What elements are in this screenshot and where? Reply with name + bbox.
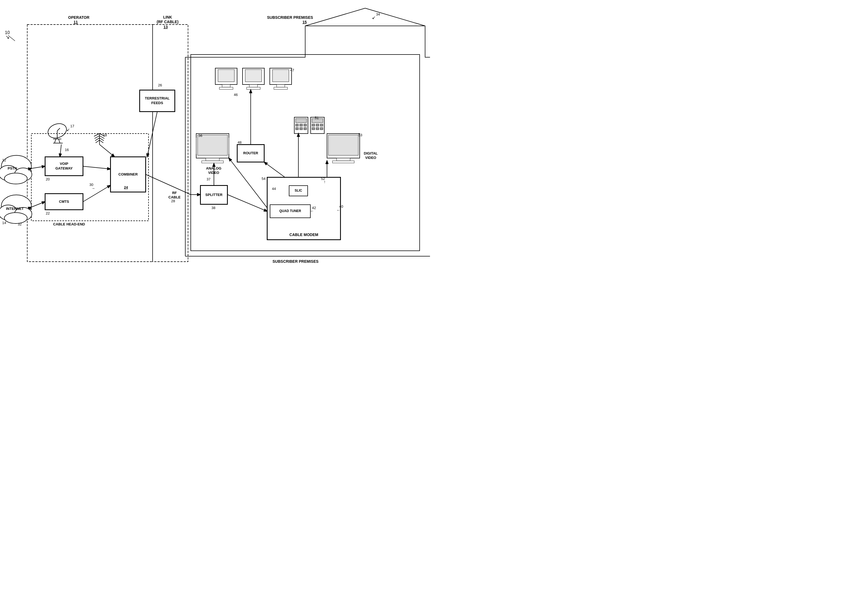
svg-rect-74 — [312, 124, 315, 126]
svg-rect-47 — [245, 69, 262, 82]
svg-line-84 — [147, 112, 157, 157]
ref-46: 46 — [234, 93, 238, 97]
digital-video-label: DIGITALVIDEO — [364, 151, 378, 160]
svg-rect-78 — [316, 127, 319, 130]
ref-53: 53 — [358, 133, 362, 138]
svg-rect-64 — [294, 117, 308, 134]
ref-26: 26 — [158, 83, 162, 88]
svg-rect-1 — [152, 25, 188, 262]
ref-47: 47 — [290, 68, 294, 73]
ref-32: 32 — [18, 222, 22, 227]
svg-rect-79 — [320, 127, 323, 130]
svg-rect-63 — [333, 161, 354, 163]
svg-rect-66 — [296, 124, 298, 126]
svg-rect-67 — [300, 124, 303, 126]
svg-rect-77 — [312, 127, 315, 130]
subscriber-premises-bottom-label: SUBSCRIBER PREMISES — [273, 259, 319, 264]
internet-label: INTERNET — [6, 207, 24, 211]
svg-rect-49 — [246, 87, 260, 90]
svg-line-40 — [99, 138, 104, 141]
pstn-label: PSTN — [8, 166, 17, 171]
operator-number: 11 — [74, 20, 78, 25]
svg-rect-69 — [296, 127, 298, 130]
arrow-42: ← — [310, 209, 314, 214]
svg-rect-60 — [327, 134, 360, 158]
svg-rect-65 — [296, 119, 306, 123]
svg-rect-61 — [328, 135, 358, 156]
svg-line-37 — [96, 140, 99, 143]
svg-rect-76 — [320, 124, 323, 126]
quad-tuner-box: QUAD TUNER — [270, 204, 311, 218]
svg-line-82 — [83, 166, 110, 169]
svg-rect-0 — [27, 25, 152, 262]
combiner-number: 24 — [124, 185, 128, 190]
ref-16: 16 — [65, 148, 69, 152]
ref-44: 44 — [272, 187, 276, 191]
ref-17: 17 — [70, 124, 74, 129]
ref-20: 20 — [46, 177, 50, 182]
svg-point-25 — [4, 212, 27, 223]
svg-line-34 — [94, 134, 99, 136]
ref-22: 22 — [46, 211, 50, 216]
subscriber-premises-top-number: 15 — [303, 20, 307, 25]
svg-line-41 — [99, 140, 103, 143]
ref-28: 28 — [171, 199, 175, 204]
svg-line-86 — [60, 145, 61, 157]
svg-rect-70 — [300, 127, 303, 130]
svg-rect-44 — [222, 85, 230, 87]
arrow-34: ↙ — [372, 15, 375, 21]
ref-37: 37 — [207, 177, 210, 182]
svg-rect-68 — [304, 124, 306, 126]
svg-line-36 — [95, 138, 99, 141]
svg-line-29 — [55, 139, 56, 143]
combiner-box: COMBINER — [110, 157, 146, 192]
ref-54: 54 — [262, 177, 265, 181]
link-label: LINK(RF CABLE) — [157, 15, 179, 24]
svg-rect-48 — [250, 85, 257, 87]
svg-line-80 — [31, 166, 45, 168]
svg-point-26 — [46, 121, 69, 141]
arrow-40: ← — [337, 208, 341, 212]
svg-rect-42 — [215, 68, 237, 85]
cmts-box: CMTS — [45, 193, 83, 210]
link-number: 13 — [163, 25, 168, 30]
svg-rect-57 — [202, 161, 223, 163]
svg-rect-46 — [243, 68, 264, 85]
svg-line-35 — [94, 136, 99, 138]
arrow-52: ↑ — [324, 179, 326, 184]
svg-rect-51 — [273, 69, 289, 82]
svg-point-22 — [2, 195, 31, 217]
ref-12: 12 — [2, 158, 6, 163]
ref-36: 36 — [198, 134, 202, 138]
cable-head-end-label: CABLE HEAD-END — [53, 222, 85, 227]
analog-video-label: ANALOGVIDEO — [206, 166, 221, 175]
svg-rect-52 — [276, 85, 285, 87]
arrow-17: ↙ — [66, 127, 70, 132]
router-box: ROUTER — [237, 145, 264, 162]
svg-rect-71 — [304, 127, 306, 130]
svg-line-81 — [31, 202, 45, 207]
svg-line-91 — [229, 158, 270, 211]
svg-rect-62 — [337, 158, 350, 161]
voip-gateway-box: VOIPGATEWAY — [45, 157, 83, 176]
svg-rect-56 — [206, 158, 219, 161]
arrow-30: → — [91, 186, 95, 191]
ref-51: 51 — [315, 116, 319, 121]
svg-line-32 — [57, 128, 60, 131]
svg-line-4 — [305, 8, 365, 26]
svg-rect-43 — [218, 69, 234, 82]
splitter-box: SPLITTER — [200, 185, 228, 204]
slic-box: SLIC — [289, 185, 308, 196]
svg-line-30 — [59, 139, 60, 143]
arrow-10: ↘ — [5, 34, 9, 40]
ref-34: 34 — [376, 12, 380, 17]
svg-rect-50 — [270, 68, 292, 85]
svg-rect-75 — [316, 124, 319, 126]
svg-line-83 — [83, 185, 110, 202]
ref-18: 18 — [103, 133, 107, 138]
ref-38: 38 — [212, 206, 215, 211]
ref-14: 14 — [2, 221, 6, 225]
svg-line-92 — [264, 162, 285, 177]
svg-rect-53 — [274, 87, 287, 90]
operator-label: OPERATOR — [68, 15, 89, 20]
